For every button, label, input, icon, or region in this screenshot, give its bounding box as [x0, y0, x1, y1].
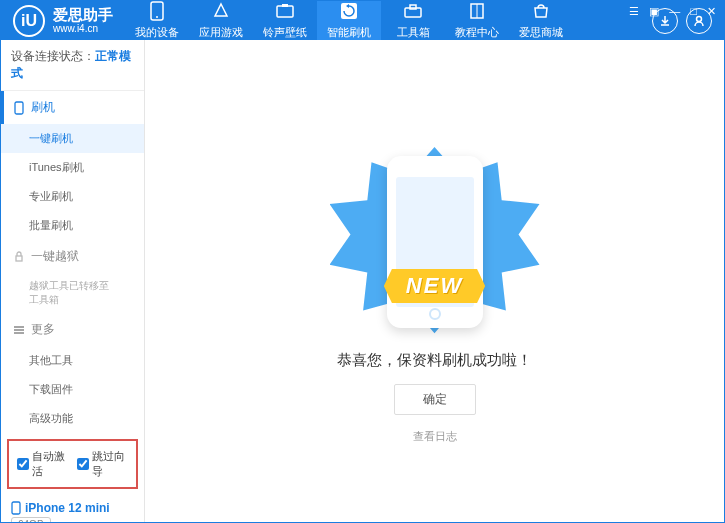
sidebar-item-oneclick[interactable]: 一键刷机: [1, 124, 144, 153]
phone-icon: [11, 501, 21, 515]
nav-label: 教程中心: [455, 25, 499, 40]
section-title: 更多: [31, 321, 55, 338]
phone-icon: [147, 1, 167, 21]
view-log-link[interactable]: 查看日志: [413, 429, 457, 444]
svg-rect-2: [277, 6, 293, 17]
sidebar-item-pro[interactable]: 专业刷机: [1, 182, 144, 211]
navbar: 我的设备 应用游戏 铃声壁纸 智能刷机 工具箱 教程中心: [125, 1, 573, 40]
svg-rect-15: [12, 502, 20, 514]
jailbreak-note: 越狱工具已转移至 工具箱: [1, 273, 144, 313]
sidebar-item-download-fw[interactable]: 下载固件: [1, 375, 144, 404]
refresh-icon: [339, 1, 359, 21]
minimize-icon[interactable]: —: [669, 5, 680, 18]
svg-point-1: [156, 16, 158, 18]
auto-activate-checkbox[interactable]: 自动激活: [17, 449, 69, 479]
sidebar-item-advanced[interactable]: 高级功能: [1, 404, 144, 433]
success-illustration: NEW: [325, 147, 545, 337]
nav-tutorials[interactable]: 教程中心: [445, 1, 509, 40]
new-ribbon: NEW: [384, 269, 485, 303]
sidebar: 设备连接状态：正常模式 刷机 一键刷机 iTunes刷机 专业刷机 批量刷机 一…: [1, 40, 145, 523]
toolbox-icon: [403, 1, 423, 21]
nav-my-device[interactable]: 我的设备: [125, 1, 189, 40]
app-name: 爱思助手: [53, 7, 113, 24]
device-status: 设备连接状态：正常模式: [1, 40, 144, 91]
sidebar-item-other[interactable]: 其他工具: [1, 346, 144, 375]
confirm-button[interactable]: 确定: [394, 384, 476, 415]
close-icon[interactable]: ✕: [707, 5, 716, 18]
options-highlight: 自动激活 跳过向导: [7, 439, 138, 489]
lock-icon: [13, 251, 25, 263]
book-icon: [467, 1, 487, 21]
nav-label: 爱思商城: [519, 25, 563, 40]
nav-label: 应用游戏: [199, 25, 243, 40]
skip-guide-checkbox[interactable]: 跳过向导: [77, 449, 129, 479]
window-controls: ☰ ▣ — □ ✕: [629, 5, 716, 18]
storage-badge: 64GB: [11, 517, 51, 523]
section-more[interactable]: 更多: [1, 313, 144, 346]
nav-store[interactable]: 爱思商城: [509, 1, 573, 40]
skin-icon[interactable]: ▣: [649, 5, 659, 18]
section-title: 一键越狱: [31, 248, 79, 265]
device-info[interactable]: iPhone 12 mini 64GB Down-12mini-13,1: [1, 495, 144, 523]
folder-icon: [275, 1, 295, 21]
sidebar-item-itunes[interactable]: iTunes刷机: [1, 153, 144, 182]
logo[interactable]: iU 爱思助手 www.i4.cn: [1, 5, 125, 37]
nav-label: 铃声壁纸: [263, 25, 307, 40]
nav-apps[interactable]: 应用游戏: [189, 1, 253, 40]
store-icon: [531, 1, 551, 21]
nav-toolbox[interactable]: 工具箱: [381, 1, 445, 40]
nav-flash[interactable]: 智能刷机: [317, 1, 381, 40]
sidebar-item-batch[interactable]: 批量刷机: [1, 211, 144, 240]
list-icon: [13, 325, 25, 335]
svg-rect-3: [282, 4, 288, 7]
phone-icon: [13, 101, 25, 115]
main-content: NEW 恭喜您，保资料刷机成功啦！ 确定 查看日志: [145, 40, 724, 523]
svg-rect-11: [16, 256, 22, 261]
svg-rect-6: [410, 5, 416, 9]
svg-rect-10: [15, 102, 23, 114]
titlebar: iU 爱思助手 www.i4.cn 我的设备 应用游戏 铃声壁纸 智能刷机: [1, 1, 724, 40]
nav-label: 智能刷机: [327, 25, 371, 40]
nav-label: 我的设备: [135, 25, 179, 40]
section-jailbreak[interactable]: 一键越狱: [1, 240, 144, 273]
apps-icon: [211, 1, 231, 21]
section-flash[interactable]: 刷机: [1, 91, 144, 124]
logo-icon: iU: [13, 5, 45, 37]
nav-ringtones[interactable]: 铃声壁纸: [253, 1, 317, 40]
app-window: ☰ ▣ — □ ✕ iU 爱思助手 www.i4.cn 我的设备 应用游戏: [0, 0, 725, 523]
app-url: www.i4.cn: [53, 23, 113, 34]
nav-label: 工具箱: [397, 25, 430, 40]
maximize-icon[interactable]: □: [690, 5, 697, 18]
section-title: 刷机: [31, 99, 55, 116]
menu-icon[interactable]: ☰: [629, 5, 639, 18]
success-message: 恭喜您，保资料刷机成功啦！: [337, 351, 532, 370]
